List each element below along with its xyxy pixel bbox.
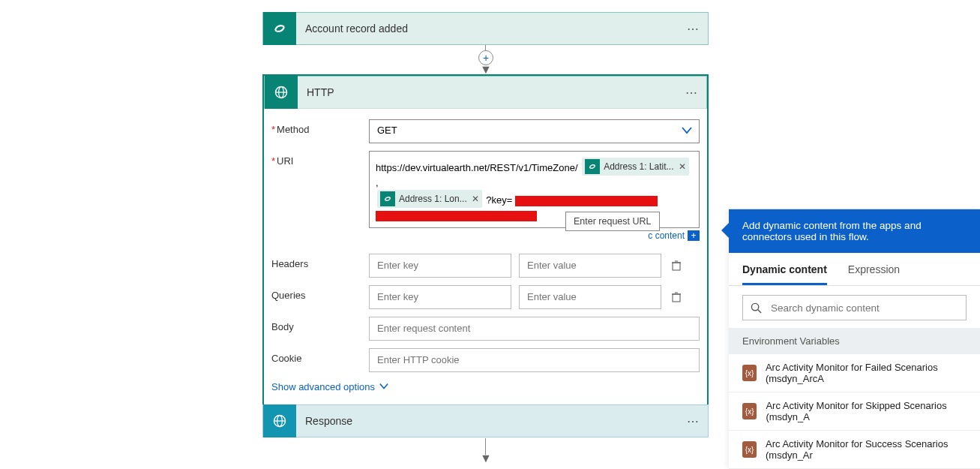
token-address1-longitude[interactable]: Address 1: Lon... ✕	[377, 190, 482, 208]
tab-dynamic-content[interactable]: Dynamic content	[742, 263, 827, 285]
variable-icon: {x}	[742, 441, 757, 458]
http-card: HTTP ⋯ *Method GET *URI https://dev.virt…	[262, 74, 709, 407]
queries-label: Queries	[271, 285, 369, 301]
search-input[interactable]	[769, 302, 958, 314]
redacted-text	[515, 196, 658, 206]
arrow-down-3: ▼	[480, 452, 492, 465]
plus-icon: +	[688, 230, 700, 241]
svg-rect-3	[673, 263, 680, 270]
panel-callout-arrow	[721, 223, 729, 238]
http-header[interactable]: HTTP ⋯	[264, 76, 707, 109]
headers-value-input[interactable]	[519, 254, 661, 278]
search-icon	[751, 302, 762, 314]
add-dynamic-content-link[interactable]: c content +	[648, 230, 700, 241]
method-label: *Method	[271, 119, 369, 135]
response-header[interactable]: Response ⋯	[262, 404, 709, 437]
search-box[interactable]	[742, 295, 967, 320]
variable-icon: {x}	[742, 365, 757, 381]
trigger-card: Account record added ⋯	[262, 12, 709, 45]
response-card: Response ⋯	[262, 404, 709, 437]
globe-icon	[265, 76, 298, 109]
http-title: HTTP	[298, 86, 676, 98]
globe-icon	[263, 404, 296, 437]
svg-line-13	[758, 309, 761, 312]
response-menu-button[interactable]: ⋯	[678, 414, 708, 428]
chevron-down-icon	[682, 127, 692, 134]
http-menu-button[interactable]: ⋯	[676, 86, 706, 100]
show-advanced-options-link[interactable]: Show advanced options	[271, 381, 388, 392]
token-remove-icon[interactable]: ✕	[472, 194, 479, 204]
token-remove-icon[interactable]: ✕	[679, 161, 686, 172]
cookie-input[interactable]	[369, 348, 700, 372]
headers-delete-icon[interactable]	[669, 258, 684, 273]
body-label: Body	[271, 317, 369, 332]
uri-tooltip: Enter request URL	[565, 212, 660, 231]
trigger-header[interactable]: Account record added ⋯	[262, 12, 709, 45]
panel-tabs: Dynamic content Expression	[729, 253, 980, 286]
svg-rect-6	[673, 294, 680, 302]
dynamic-content-item[interactable]: {x} Arc Activity Monitor for Failed Scen…	[729, 354, 980, 392]
variable-icon: {x}	[742, 403, 757, 419]
dynamic-content-panel: Add dynamic content from the apps and co…	[729, 209, 980, 469]
dataverse-icon	[263, 12, 296, 45]
dynamic-content-item[interactable]: {x} Arc Activity Monitor for Success Sce…	[729, 431, 980, 469]
queries-delete-icon[interactable]	[669, 290, 684, 305]
uri-text-prefix: https://dev.virtualearth.net/REST/v1/Tim…	[376, 162, 578, 173]
response-title: Response	[296, 415, 678, 427]
method-select[interactable]: GET	[369, 119, 700, 143]
trigger-title: Account record added	[296, 23, 678, 35]
section-environment-variables: Environment Variables	[729, 328, 980, 354]
dataverse-icon	[380, 191, 395, 206]
headers-key-input[interactable]	[369, 254, 511, 278]
queries-key-input[interactable]	[369, 285, 511, 309]
cookie-label: Cookie	[271, 348, 369, 364]
headers-label: Headers	[271, 254, 369, 269]
svg-point-12	[751, 303, 758, 310]
token-address1-latitude[interactable]: Address 1: Latit... ✕	[582, 158, 688, 176]
dataverse-icon	[585, 159, 600, 174]
trigger-menu-button[interactable]: ⋯	[678, 22, 708, 36]
chevron-down-icon	[379, 383, 388, 390]
redacted-text	[376, 211, 537, 221]
dynamic-content-item[interactable]: {x} Arc Activity Monitor for Skipped Sce…	[729, 392, 980, 431]
body-input[interactable]	[369, 317, 700, 341]
uri-label: *URI	[271, 151, 369, 167]
panel-headline: Add dynamic content from the apps and co…	[729, 209, 980, 253]
tab-expression[interactable]: Expression	[848, 263, 900, 285]
queries-value-input[interactable]	[519, 285, 661, 309]
